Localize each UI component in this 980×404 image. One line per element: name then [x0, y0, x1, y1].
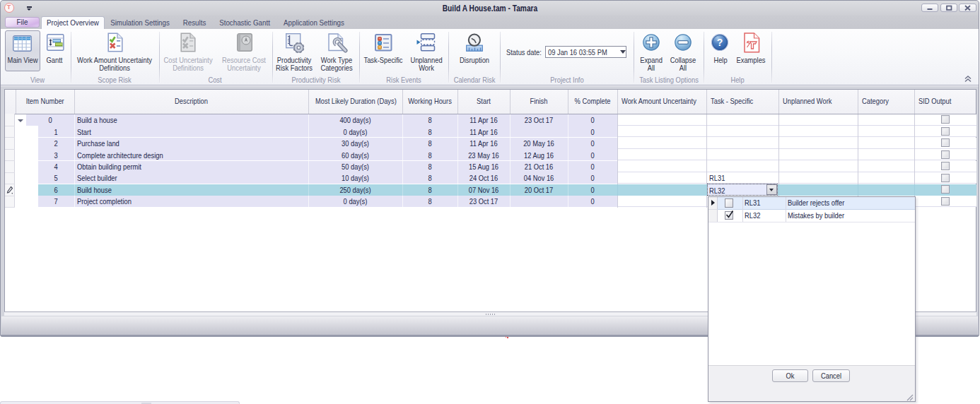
svg-text:?: ?: [716, 37, 723, 48]
